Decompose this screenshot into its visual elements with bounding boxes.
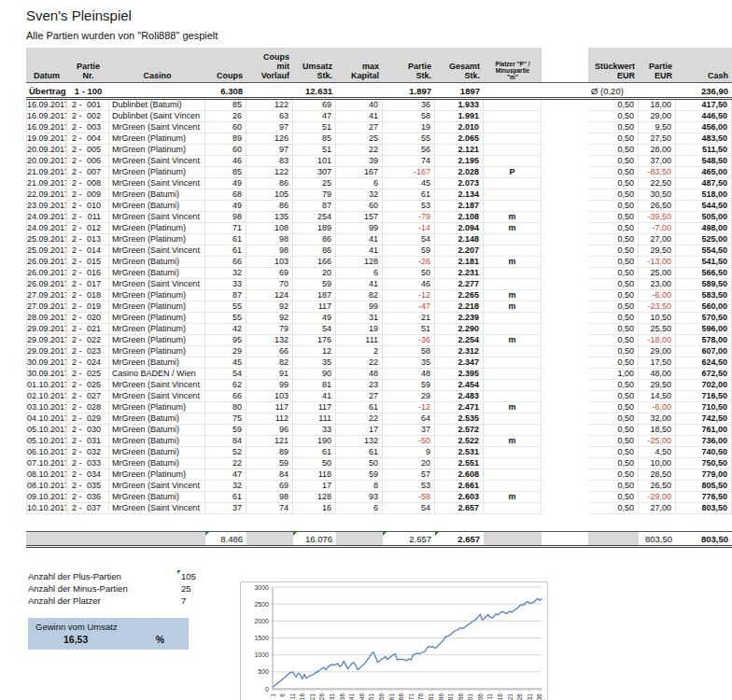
total-coups: 8.486 xyxy=(205,532,246,545)
column-gap xyxy=(542,357,588,369)
table-row: 09.10.20172 -036MrGreen (Batumi)61981289… xyxy=(26,492,732,503)
cell-umsatz-stk: 254 xyxy=(293,212,336,223)
cell-casino: MrGreen (Batumi) xyxy=(109,201,205,212)
cell-coups-mit-vorlauf: 103 xyxy=(246,257,293,268)
cell-coups: 46 xyxy=(205,156,246,167)
cell-coups: 55 xyxy=(205,313,246,324)
cell-platzer-flag xyxy=(484,145,542,156)
cell-umsatz-stk: 17 xyxy=(293,481,336,492)
cell-coups: 42 xyxy=(205,324,246,335)
column-gap xyxy=(542,481,588,492)
cell-casino: MrGreen (Batumi) xyxy=(109,425,205,436)
cell-casino: MrGreen (Platinum) xyxy=(109,346,205,357)
cell-gesamt-stk: 2.265 xyxy=(435,290,484,301)
cell-max-kapital: 99 xyxy=(336,223,383,234)
column-gap xyxy=(542,290,588,301)
cell-coups: 62 xyxy=(205,380,246,391)
chart-y-tick-label: 0 xyxy=(265,686,269,693)
cell-coups-mit-vorlauf: 92 xyxy=(246,301,293,313)
cell-stueckwert-eur: 0,50 xyxy=(588,290,639,301)
cell-gesamt-stk: 2.661 xyxy=(435,481,484,492)
col-header-datum: Datum xyxy=(26,48,67,82)
column-gap xyxy=(542,436,588,447)
column-gap xyxy=(542,245,588,257)
cell-coups-mit-vorlauf: 86 xyxy=(246,178,293,189)
cell-coups: 80 xyxy=(205,402,246,413)
cell-partie-eur: 10,50 xyxy=(639,313,676,324)
cell-partie-nr: 2 -027 xyxy=(67,391,109,402)
table-row: 20.09.20172 -006MrGreen (Saint Vincent46… xyxy=(26,156,732,167)
chart-x-tick-label: 31 xyxy=(329,693,335,700)
chart-y-tick-label: 2000 xyxy=(254,618,269,624)
cell-cash: 483,50 xyxy=(676,133,732,145)
cell-max-kapital: 32 xyxy=(336,189,383,201)
cell-partie-eur: 28,50 xyxy=(639,469,676,481)
cell-gesamt-stk: 2.290 xyxy=(435,324,484,335)
cell-datum: 20.09.2017 xyxy=(26,156,67,167)
col-header-partie-eur: Partie EUR xyxy=(639,48,676,82)
cell-coups-mit-vorlauf: 135 xyxy=(246,212,293,223)
table-row: 16.09.20172 -003MrGreen (Saint Vincent60… xyxy=(26,122,732,133)
cell-stueckwert-eur: 1,00 xyxy=(588,369,639,380)
cell-coups-mit-vorlauf: 105 xyxy=(246,189,293,201)
cell-umsatz-stk: 59 xyxy=(293,279,336,290)
cell-max-kapital: 2 xyxy=(336,346,383,357)
cell-max-kapital: 40 xyxy=(336,100,383,111)
cell-partie-eur: 25,00 xyxy=(639,268,676,279)
cell-partie-nr: 2 -023 xyxy=(67,346,109,357)
column-gap xyxy=(542,279,588,290)
cell-umsatz-stk: 176 xyxy=(293,335,336,346)
uebertrag-partie-stk: 1.897 xyxy=(383,83,435,97)
gewinn-label: Gewinn vom Umsatz xyxy=(35,622,183,632)
table-row: 06.10.20172 -032MrGreen (Batumi)52896161… xyxy=(26,447,732,458)
cell-datum: 30.09.2017 xyxy=(26,357,67,369)
cell-umsatz-stk: 79 xyxy=(293,189,336,201)
cell-coups-mit-vorlauf: 89 xyxy=(246,447,293,458)
cell-coups-mit-vorlauf: 69 xyxy=(246,481,293,492)
cell-partie-nr: 2 -007 xyxy=(67,167,109,178)
cell-stueckwert-eur: 0,50 xyxy=(588,234,639,245)
cell-partie-stk: -12 xyxy=(383,290,435,301)
column-gap xyxy=(542,492,588,503)
cell-platzer-flag: m xyxy=(484,290,542,301)
cell-platzer-flag xyxy=(484,346,542,357)
table-row: 26.09.20172 -016MrGreen (Batumi)32692065… xyxy=(26,268,732,279)
cell-coups-mit-vorlauf: 96 xyxy=(246,425,293,436)
cell-partie-nr: 2 -020 xyxy=(67,313,109,324)
column-gap xyxy=(542,167,588,178)
table-row: 30.09.20172 -024MrGreen (Batumi)45823522… xyxy=(26,357,732,369)
cell-gesamt-stk: 2.522 xyxy=(435,436,484,447)
cell-partie-nr: 2 -014 xyxy=(67,245,109,257)
cell-max-kapital: 50 xyxy=(336,458,383,469)
cell-partie-stk: 20 xyxy=(383,458,435,469)
cell-casino: MrGreen (Saint Vincent xyxy=(109,279,205,290)
cell-datum: 05.10.2017 xyxy=(26,425,67,436)
cell-stueckwert-eur: 0,50 xyxy=(588,469,639,481)
cell-platzer-flag xyxy=(484,133,542,145)
cell-max-kapital: 19 xyxy=(336,324,383,335)
cell-umsatz-stk: 111 xyxy=(293,413,336,425)
cell-cash: 803,50 xyxy=(676,503,732,514)
cell-cash: 805,50 xyxy=(676,481,732,492)
cell-stueckwert-eur: 0,50 xyxy=(588,189,639,201)
cell-partie-nr: 2 -010 xyxy=(67,201,109,212)
cell-max-kapital: 41 xyxy=(336,245,383,257)
cell-partie-nr: 2 -036 xyxy=(67,492,109,503)
cell-gesamt-stk: 2.531 xyxy=(435,447,484,458)
col-header-gesamt-stk: Gesamt Stk. xyxy=(435,48,484,82)
cell-platzer-flag xyxy=(484,122,542,133)
cell-cash: 560,00 xyxy=(676,301,732,313)
column-gap xyxy=(542,447,588,458)
cell-casino: MrGreen (Saint Vincent xyxy=(109,156,205,167)
cell-datum: 21.09.2017 xyxy=(26,178,67,189)
cell-umsatz-stk: 117 xyxy=(293,301,336,313)
cell-platzer-flag: m xyxy=(484,436,542,447)
cell-partie-stk: 35 xyxy=(383,357,435,369)
chart-x-tick-label: 131 xyxy=(527,693,533,700)
cell-stueckwert-eur: 0,50 xyxy=(588,346,639,357)
column-gap xyxy=(542,458,588,469)
cell-partie-eur: 9,50 xyxy=(639,122,676,133)
cell-umsatz-stk: 166 xyxy=(293,257,336,268)
cell-casino: MrGreen (Batumi) xyxy=(109,458,205,469)
col-header-cash: Cash xyxy=(676,48,732,82)
